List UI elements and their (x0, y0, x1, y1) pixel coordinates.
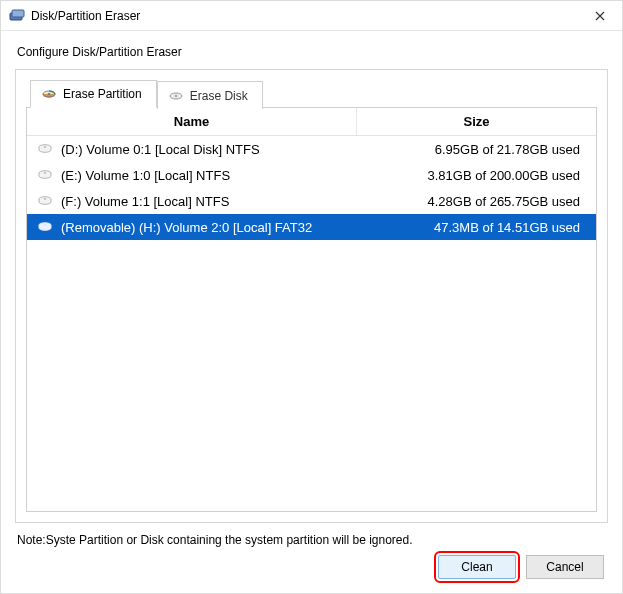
drive-icon (37, 143, 53, 155)
window-title: Disk/Partition Eraser (31, 9, 577, 23)
row-size-cell: 3.81GB of 200.00GB used (356, 168, 588, 183)
svg-point-13 (44, 225, 46, 226)
drive-icon (37, 221, 53, 233)
tab-strip: Erase Partition Erase Disk (26, 80, 597, 108)
partition-name: (E:) Volume 1:0 [Local] NTFS (61, 168, 230, 183)
column-header-size[interactable]: Size (357, 108, 596, 135)
list-rows: (D:) Volume 0:1 [Local Disk] NTFS 6.95GB… (27, 136, 596, 511)
content-area: Configure Disk/Partition Eraser Erase Pa… (1, 31, 622, 593)
svg-point-11 (44, 199, 46, 200)
dialog-window: Disk/Partition Eraser Configure Disk/Par… (0, 0, 623, 594)
cancel-button[interactable]: Cancel (526, 555, 604, 579)
clean-button[interactable]: Clean (438, 555, 516, 579)
row-name-cell: (E:) Volume 1:0 [Local] NTFS (35, 168, 356, 183)
partition-name: (Removable) (H:) Volume 2:0 [Local] FAT3… (61, 220, 312, 235)
tab-label: Erase Partition (63, 87, 142, 101)
partition-icon (41, 86, 57, 102)
row-size-cell: 4.28GB of 265.75GB used (356, 194, 588, 209)
tab-erase-partition[interactable]: Erase Partition (30, 80, 157, 108)
close-button[interactable] (577, 1, 622, 31)
tab-label: Erase Disk (190, 89, 248, 103)
row-name-cell: (Removable) (H:) Volume 2:0 [Local] FAT3… (35, 220, 356, 235)
group-box: Erase Partition Erase Disk Name Size (15, 69, 608, 523)
table-row[interactable]: (F:) Volume 1:1 [Local] NTFS 4.28GB of 2… (27, 188, 596, 214)
titlebar: Disk/Partition Eraser (1, 1, 622, 31)
svg-point-7 (44, 147, 46, 148)
column-header-name[interactable]: Name (27, 108, 357, 135)
partition-name: (D:) Volume 0:1 [Local Disk] NTFS (61, 142, 260, 157)
row-size-cell: 47.3MB of 14.51GB used (356, 220, 588, 235)
note-text: Note:Syste Partition or Disk containing … (17, 533, 608, 547)
table-row[interactable]: (D:) Volume 0:1 [Local Disk] NTFS 6.95GB… (27, 136, 596, 162)
drive-icon (37, 169, 53, 181)
row-size-cell: 6.95GB of 21.78GB used (356, 142, 588, 157)
svg-point-3 (48, 93, 50, 94)
row-name-cell: (D:) Volume 0:1 [Local Disk] NTFS (35, 142, 356, 157)
drive-icon (37, 195, 53, 207)
row-name-cell: (F:) Volume 1:1 [Local] NTFS (35, 194, 356, 209)
button-row: Clean Cancel (15, 553, 608, 587)
list-header: Name Size (27, 108, 596, 136)
section-label: Configure Disk/Partition Eraser (17, 45, 608, 59)
svg-rect-1 (12, 10, 24, 17)
svg-point-9 (44, 173, 46, 174)
disk-icon (168, 88, 184, 104)
tab-erase-disk[interactable]: Erase Disk (157, 81, 263, 109)
partition-list: Name Size (D:) Volume 0:1 [Local Disk] N… (26, 107, 597, 512)
table-row[interactable]: (Removable) (H:) Volume 2:0 [Local] FAT3… (27, 214, 596, 240)
svg-point-5 (175, 95, 177, 96)
table-row[interactable]: (E:) Volume 1:0 [Local] NTFS 3.81GB of 2… (27, 162, 596, 188)
app-icon (9, 8, 25, 24)
partition-name: (F:) Volume 1:1 [Local] NTFS (61, 194, 229, 209)
